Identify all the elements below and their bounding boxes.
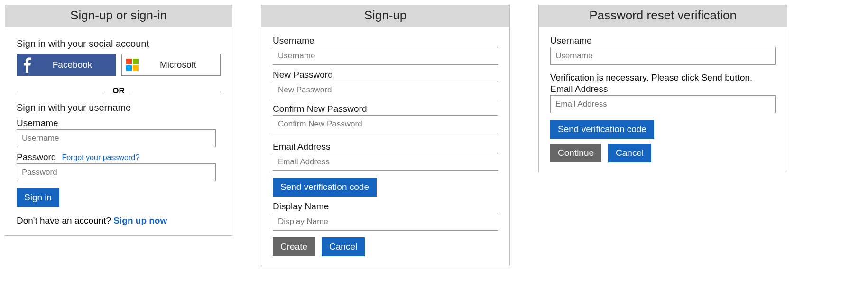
reset-title: Password reset verification: [539, 5, 787, 27]
signin-password-input[interactable]: [17, 163, 216, 181]
reset-email-label: Email Address: [550, 84, 776, 94]
signup-cancel-button[interactable]: Cancel: [322, 237, 365, 256]
social-buttons-row: Facebook Microsoft: [17, 54, 221, 76]
divider-line-left: [17, 92, 106, 92]
signup-username-input[interactable]: [273, 47, 498, 65]
signup-confirmpw-input[interactable]: [273, 115, 498, 133]
signin-panel: Sign-up or sign-in Sign in with your soc…: [5, 5, 232, 236]
reset-send-code-button[interactable]: Send verification code: [550, 120, 654, 139]
signin-button[interactable]: Sign in: [17, 188, 59, 207]
signup-panel: Sign-up Username New Password Confirm Ne…: [261, 5, 510, 266]
reset-email-input[interactable]: [550, 95, 776, 113]
signup-username-label: Username: [273, 36, 498, 46]
reset-username-input[interactable]: [550, 47, 776, 65]
forgot-password-link[interactable]: Forgot your password?: [62, 153, 139, 162]
microsoft-label: Microsoft: [143, 60, 220, 70]
no-account-text: Don't have an account?: [17, 215, 113, 225]
signup-newpw-label: New Password: [273, 70, 498, 80]
signup-body: Username New Password Confirm New Passwo…: [261, 27, 509, 266]
facebook-icon: [17, 54, 37, 76]
reset-info-text: Verification is necessary. Please click …: [550, 72, 776, 83]
signin-body: Sign in with your social account Faceboo…: [5, 27, 232, 235]
social-heading: Sign in with your social account: [17, 38, 221, 49]
signup-display-label: Display Name: [273, 201, 498, 212]
signin-title: Sign-up or sign-in: [5, 5, 232, 27]
signup-send-code-button[interactable]: Send verification code: [273, 178, 377, 197]
facebook-label: Facebook: [37, 60, 116, 70]
signup-email-label: Email Address: [273, 142, 498, 152]
signup-newpw-input[interactable]: [273, 81, 498, 99]
microsoft-button[interactable]: Microsoft: [121, 54, 221, 76]
signup-display-input[interactable]: [273, 213, 498, 231]
reset-panel: Password reset verification Username Ver…: [538, 5, 787, 172]
signup-create-button[interactable]: Create: [273, 237, 315, 256]
svg-rect-3: [133, 65, 139, 71]
signup-prompt: Don't have an account? Sign up now: [17, 215, 221, 226]
microsoft-icon: [122, 54, 143, 75]
svg-rect-0: [126, 59, 132, 64]
signin-password-label: Password: [17, 152, 56, 162]
divider-line-right: [131, 92, 221, 92]
signup-confirmpw-label: Confirm New Password: [273, 104, 498, 114]
signup-now-link[interactable]: Sign up now: [113, 215, 167, 225]
signin-username-label: Username: [17, 118, 221, 128]
reset-body: Username Verification is necessary. Plea…: [539, 27, 787, 172]
signin-username-input[interactable]: [17, 129, 216, 147]
or-divider: OR: [17, 86, 221, 96]
signup-title: Sign-up: [261, 5, 509, 27]
signup-email-input[interactable]: [273, 153, 498, 171]
facebook-button[interactable]: Facebook: [17, 54, 116, 76]
svg-rect-1: [133, 59, 139, 64]
reset-cancel-button[interactable]: Cancel: [608, 144, 651, 162]
reset-username-label: Username: [550, 36, 776, 46]
reset-continue-button[interactable]: Continue: [550, 144, 601, 162]
local-heading: Sign in with your username: [17, 102, 221, 113]
or-text: OR: [106, 86, 131, 96]
svg-rect-2: [126, 65, 132, 71]
